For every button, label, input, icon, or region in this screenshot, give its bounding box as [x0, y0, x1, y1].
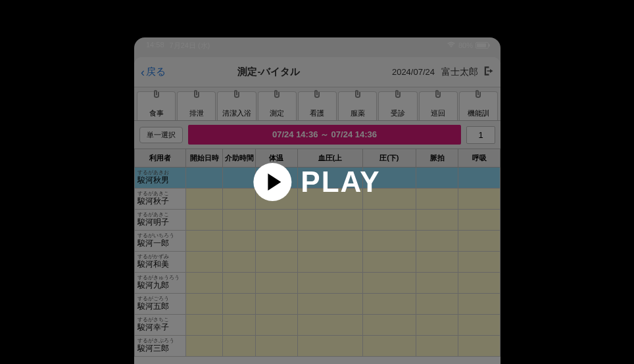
play-label: PLAY	[301, 166, 380, 198]
play-button[interactable]: PLAY	[253, 163, 380, 201]
play-icon	[253, 163, 291, 201]
